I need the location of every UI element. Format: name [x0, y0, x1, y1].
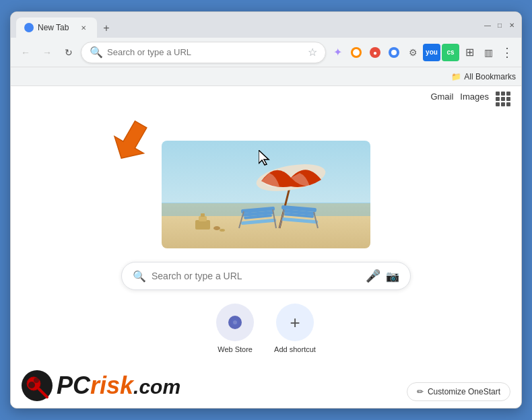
add-shortcut-item[interactable]: + Add shortcut — [274, 304, 316, 353]
center-area: 🔍 🎤 📷 Web Store — [11, 86, 521, 408]
svg-rect-17 — [281, 217, 318, 224]
svg-line-12 — [239, 211, 244, 228]
ext-settings-icon[interactable]: ⚙ — [404, 44, 422, 61]
svg-point-33 — [28, 382, 35, 388]
address-input[interactable]: Search or type a URL — [107, 47, 304, 57]
more-menu-icon[interactable]: ⋮ — [498, 44, 516, 61]
camera-icon[interactable]: 📷 — [386, 270, 399, 283]
close-button[interactable]: ✕ — [508, 21, 516, 29]
svg-rect-11 — [241, 219, 276, 225]
reload-button[interactable]: ↻ — [59, 43, 78, 62]
svg-point-34 — [34, 378, 39, 383]
maximize-button[interactable]: □ — [496, 21, 504, 29]
svg-point-23 — [213, 226, 220, 230]
web-store-label: Web Store — [218, 345, 253, 353]
toolbar: ← → ↻ 🔍 Search or type a URL ☆ ✦ ● ⚙ you… — [11, 38, 521, 67]
window-controls: — □ ✕ — [484, 21, 516, 29]
ext-chrome-icon[interactable] — [385, 44, 403, 61]
add-shortcut-icon: + — [276, 304, 314, 341]
main-search-input[interactable] — [152, 271, 360, 281]
microphone-icon[interactable]: 🎤 — [366, 269, 380, 283]
bookmarks-bar: 📁 All Bookmarks — [11, 67, 521, 86]
active-tab[interactable]: New Tab ✕ — [16, 18, 97, 38]
ext-sparkle-icon[interactable]: ✦ — [329, 44, 346, 61]
search-bar-icon: 🔍 — [133, 270, 146, 283]
ext-cs-icon[interactable]: cs — [442, 44, 459, 61]
title-bar: New Tab ✕ + — □ ✕ — [11, 12, 521, 38]
back-button[interactable]: ← — [16, 43, 35, 62]
pcrisk-text: PCrisk.com — [57, 372, 180, 400]
minimize-button[interactable]: — — [484, 21, 492, 29]
web-store-shortcut[interactable]: Web Store — [216, 304, 254, 353]
main-content: Gmail Images — [11, 86, 521, 408]
bookmarks-folder-icon: 📁 — [451, 72, 461, 81]
tab-label: New Tab — [38, 23, 69, 32]
customize-icon: ✏ — [417, 387, 424, 396]
customize-label: Customize OneStart — [428, 387, 500, 396]
svg-rect-21 — [199, 216, 207, 221]
new-tab-button[interactable]: + — [97, 19, 116, 38]
svg-rect-22 — [201, 213, 205, 217]
tab-close-button[interactable]: ✕ — [78, 22, 89, 33]
ext-grid-icon[interactable]: ⊞ — [461, 44, 478, 61]
beach-items — [162, 141, 370, 248]
forward-button[interactable]: → — [38, 43, 57, 62]
svg-line-13 — [273, 209, 276, 228]
svg-point-1 — [353, 49, 360, 56]
risk-text: risk — [90, 372, 133, 399]
svg-point-24 — [220, 229, 225, 232]
tab-favicon — [24, 23, 34, 32]
main-search-bar[interactable]: 🔍 🎤 📷 — [121, 262, 411, 290]
address-bar[interactable]: 🔍 Search or type a URL ☆ — [81, 42, 326, 63]
svg-point-27 — [233, 320, 237, 324]
toolbar-extensions: ✦ ● ⚙ you cs ⊞ ▥ ⋮ — [329, 44, 516, 61]
svg-text:●: ● — [373, 49, 377, 57]
ext-sidebar-icon[interactable]: ▥ — [479, 44, 497, 61]
pc-text: PC — [57, 372, 90, 399]
svg-point-5 — [391, 50, 397, 55]
tab-area: New Tab ✕ + — [16, 12, 481, 38]
com-text: .com — [133, 376, 180, 398]
customize-button[interactable]: ✏ Customize OneStart — [407, 382, 510, 401]
beach-illustration — [162, 141, 370, 248]
browser-window: New Tab ✕ + — □ ✕ ← → ↻ 🔍 Search or type… — [10, 11, 522, 409]
add-shortcut-label: Add shortcut — [274, 345, 316, 353]
bookmark-star-icon[interactable]: ☆ — [308, 46, 317, 59]
ext-circle-icon[interactable] — [347, 44, 365, 61]
ext-red-circle-icon[interactable]: ● — [366, 44, 384, 61]
web-store-icon — [216, 304, 254, 341]
ext-you-icon[interactable]: you — [423, 44, 440, 61]
svg-rect-20 — [195, 220, 210, 230]
pcrisk-logo: PCrisk.com — [22, 370, 180, 401]
address-search-icon: 🔍 — [90, 46, 103, 59]
shortcuts-row: Web Store + Add shortcut — [216, 304, 316, 353]
pcrisk-icon — [22, 370, 53, 401]
bookmarks-label[interactable]: All Bookmarks — [464, 72, 516, 81]
